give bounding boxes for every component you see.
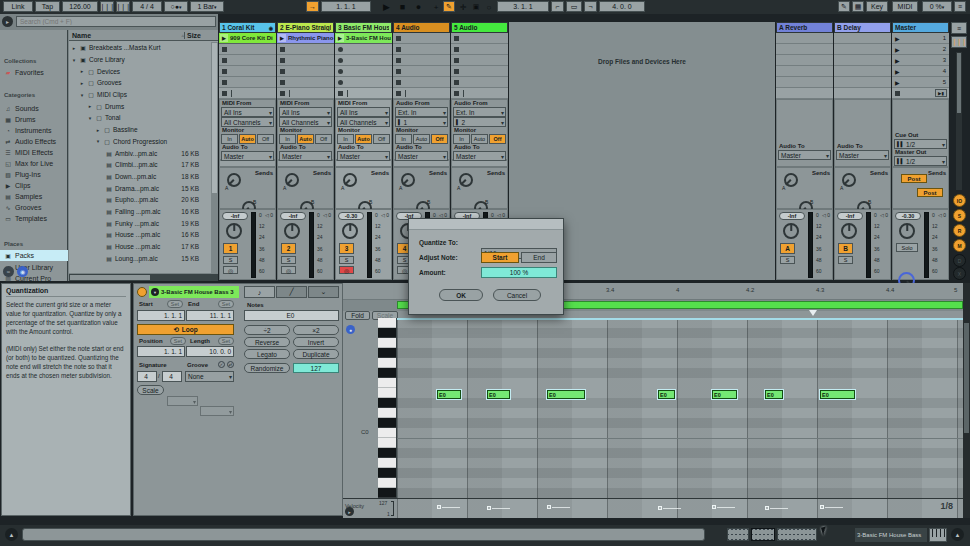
monitor-off-button[interactable]: Off: [489, 134, 506, 144]
midi-channel-select[interactable]: All Channels: [221, 117, 274, 127]
solo-button[interactable]: S: [780, 256, 795, 264]
velocity-marker[interactable]: [712, 505, 716, 509]
clip-slot[interactable]: [393, 44, 450, 55]
audio-from-select[interactable]: Ext. In: [453, 107, 506, 117]
sidebar-item-drums[interactable]: ▦Drums: [0, 114, 68, 125]
sidebar-item-grooves[interactable]: ∿Grooves: [0, 202, 68, 213]
back-to-arrangement-icon[interactable]: ▶▮: [935, 89, 947, 97]
sidebar-item-packs[interactable]: ▣Packs: [0, 250, 68, 261]
clip-slot[interactable]: [277, 44, 334, 55]
master-out-select[interactable]: ▌▌1/2: [894, 156, 947, 166]
info-view-toggle-icon[interactable]: ▲: [5, 528, 18, 541]
midi-note[interactable]: E0: [437, 390, 461, 399]
follow-button[interactable]: →: [306, 1, 319, 12]
show-sends-toggle[interactable]: S: [953, 209, 966, 222]
randomize-button[interactable]: Randomize: [244, 363, 290, 373]
audio-channel-select[interactable]: ▌1: [395, 117, 448, 127]
note-grid[interactable]: E0 E0 E0 E0 E0 E0 E0: [397, 318, 963, 498]
midi-note[interactable]: E0: [765, 390, 783, 399]
sidebar-item-plug-ins[interactable]: ▧Plug-Ins: [0, 169, 68, 180]
session-record-button[interactable]: ▣: [470, 1, 482, 13]
clip-activator-icon[interactable]: [137, 287, 147, 297]
volume-display[interactable]: -Inf: [779, 212, 805, 220]
empty-slot[interactable]: [834, 77, 891, 88]
clip-play-icon[interactable]: ▶: [220, 34, 228, 42]
preview-headphone-icon[interactable]: ●: [346, 325, 355, 334]
tree-row[interactable]: ▤Falling ...pm.alc16 KB: [69, 206, 211, 218]
midi-note[interactable]: E0: [487, 390, 510, 399]
monitor-in-button[interactable]: In: [395, 134, 412, 144]
device-drop-strip[interactable]: [277, 160, 334, 167]
midi-channel-select[interactable]: All Channels: [279, 117, 332, 127]
solo-button[interactable]: S: [339, 256, 354, 264]
clip-launch-icon[interactable]: ▼: [151, 288, 159, 296]
velocity-marker[interactable]: [765, 506, 769, 510]
search-input[interactable]: [16, 16, 216, 27]
midi-note[interactable]: E0: [547, 390, 585, 399]
track-activator-button[interactable]: 3: [339, 243, 354, 254]
volume-display[interactable]: -Inf: [280, 212, 306, 220]
monitor-auto-button[interactable]: Auto: [239, 134, 256, 144]
empty-slot[interactable]: [776, 55, 833, 66]
arm-button[interactable]: ◎: [339, 266, 354, 274]
track-stop-slot[interactable]: [335, 88, 392, 99]
draw-mode-pencil-icon[interactable]: ✎: [443, 1, 455, 12]
clip-slot[interactable]: [335, 77, 392, 88]
velocity-marker[interactable]: [658, 506, 662, 510]
sidebar-item-clips[interactable]: ▶Clips: [0, 180, 68, 191]
scene-slot[interactable]: ▶5: [892, 77, 949, 88]
scale-mode-button[interactable]: Scale: [137, 385, 164, 395]
session-vertical-scrollbar[interactable]: [956, 52, 962, 190]
clip-play-icon[interactable]: ▶: [278, 34, 286, 42]
pan-knob[interactable]: [899, 223, 915, 239]
empty-slot[interactable]: [834, 66, 891, 77]
audio-to-select[interactable]: Master: [279, 151, 332, 161]
signature-denominator-field[interactable]: 4: [162, 371, 182, 382]
device-drop-strip[interactable]: [393, 160, 450, 167]
stop-all-clips-slot[interactable]: ▶▮: [892, 88, 949, 99]
device-drop-strip[interactable]: [219, 160, 276, 167]
solo-button[interactable]: S: [838, 256, 853, 264]
clip-title-bar[interactable]: ▼ 3-Basic FM House Bass 3: [149, 286, 239, 298]
show-returns-toggle[interactable]: R: [953, 224, 966, 237]
punch-out-button[interactable]: ¬: [584, 1, 597, 12]
velocity-marker[interactable]: [547, 505, 551, 509]
tree-row[interactable]: ▸▣Breakbeats ...Masta Kurt: [69, 42, 211, 54]
empty-slot[interactable]: [776, 44, 833, 55]
set-start-button[interactable]: Set: [167, 300, 183, 308]
monitor-auto-button[interactable]: Auto: [413, 134, 430, 144]
return-activator-button[interactable]: A: [780, 243, 795, 254]
tree-row[interactable]: ▸▢Devices: [69, 65, 211, 77]
empty-slot[interactable]: [834, 44, 891, 55]
midi-from-select[interactable]: All Ins: [221, 107, 274, 117]
link-button[interactable]: Link: [3, 1, 33, 12]
double-time-button[interactable]: ×2: [293, 325, 339, 335]
browser-vertical-scrollbar[interactable]: [211, 42, 218, 273]
tree-row[interactable]: ▤Funky ...pm.alc19 KB: [69, 217, 211, 229]
amount-field[interactable]: 100 %: [481, 267, 557, 278]
tree-row[interactable]: ▤Eupho...pm.alc20 KB: [69, 194, 211, 206]
empty-slot[interactable]: [776, 77, 833, 88]
tree-row[interactable]: ▤Down...pm.alc18 KB: [69, 171, 211, 183]
editor-vertical-scrollbar[interactable]: [963, 283, 970, 518]
insert-marker[interactable]: [809, 310, 817, 316]
tree-row[interactable]: ▤Climbi...pm.alc17 KB: [69, 159, 211, 171]
tab-envelopes[interactable]: ╱: [276, 286, 307, 298]
clip-slot[interactable]: [335, 44, 392, 55]
audio-to-select[interactable]: Master: [778, 150, 831, 160]
scale-name-select[interactable]: [200, 406, 234, 416]
midi-map-button[interactable]: MIDI: [892, 1, 918, 12]
scene-play-icon[interactable]: ▶: [892, 68, 900, 75]
midi-note[interactable]: E0: [658, 390, 675, 399]
invert-button[interactable]: Invert: [293, 337, 339, 347]
master-header[interactable]: Master: [892, 22, 949, 33]
tempo-field[interactable]: 126.00: [62, 1, 98, 12]
clip-slot[interactable]: [451, 55, 508, 66]
track-activator-button[interactable]: 2: [281, 243, 296, 254]
send-a-knob[interactable]: [459, 173, 473, 187]
solo-button[interactable]: S: [281, 256, 296, 264]
tab-expression[interactable]: ⌄: [308, 286, 339, 298]
punch-in-button[interactable]: ⌐: [551, 1, 564, 12]
groove-hot-swap-icon[interactable]: ⇄: [227, 361, 234, 368]
set-end-button[interactable]: Set: [218, 300, 234, 308]
